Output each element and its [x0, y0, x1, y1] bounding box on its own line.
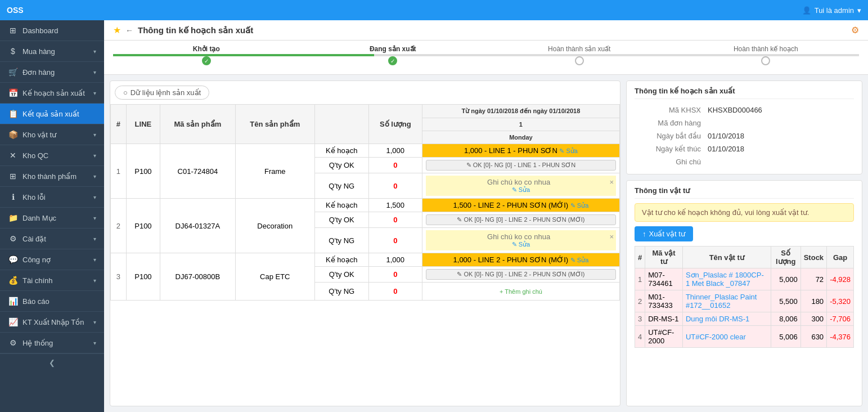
info-value-ma-khsx: KHSXBD000466 — [708, 106, 762, 114]
sidebar-item-label: Kho thành phẩm — [23, 172, 77, 181]
app-title: OSS — [7, 6, 24, 15]
sidebar-item-tai-chinh[interactable]: 💰 Tài chính ▾ — [0, 270, 104, 291]
back-button[interactable]: ← — [125, 26, 133, 35]
page-title: Thông tin kế hoạch sản xuất — [138, 25, 253, 35]
sidebar-item-cong-no[interactable]: 💬 Công nợ ▾ — [0, 249, 104, 270]
sidebar-item-label: Cài đặt — [23, 235, 46, 243]
sidebar-item-label: Danh Mục — [23, 214, 56, 222]
ok-line-btn-1[interactable]: ✎ OK [0]- NG [0] - LINE 1 - PHUN SƠN — [426, 160, 616, 171]
export-icon: ↑ — [642, 230, 646, 238]
sidebar-item-mua-hang[interactable]: $ Mua hàng ▾ — [0, 41, 104, 62]
row-qty-ok-2: 0 — [368, 212, 422, 228]
ke-hoach-edit-2[interactable]: ✎ Sửa — [570, 202, 589, 209]
row-kh-qty-3: 1,000 — [368, 253, 422, 267]
add-note-btn-3[interactable]: + Thêm ghi chú — [500, 288, 542, 295]
row-qty-ng-2: 0 — [368, 228, 422, 253]
info-value-ngay-bat-dau: 01/10/2018 — [708, 132, 744, 140]
vt-ten-3[interactable]: Dung môi DR-MS-1 — [682, 312, 771, 326]
col-num-header: 1 — [422, 118, 619, 131]
vt-col-ma: Mã vật tư — [645, 247, 683, 268]
row-ten-sp-3: Cap ETC — [235, 253, 314, 301]
row-qty-ng-label-2: Q'ty NG — [314, 228, 368, 253]
row-kh-detail-3: 1,000 - LINE 2 - PHUN SƠN (MỚI) ✎ Sửa — [422, 253, 619, 267]
table-row: 1 P100 C01-724804 Frame Kế hoạch 1,000 1… — [111, 144, 620, 158]
info-value-ngay-ket-thuc: 01/10/2018 — [708, 145, 744, 153]
step-label-2: Đang sản xuất — [370, 45, 416, 53]
sidebar-item-cai-dat[interactable]: ⚙ Cài đặt ▾ — [0, 229, 104, 249]
sidebar-item-he-thong[interactable]: ⚙ Hệ thống ▾ — [0, 333, 104, 353]
ghi-chu-edit-2[interactable]: ✎ Sửa — [428, 241, 614, 248]
col-so-luong: Số lượng — [368, 105, 422, 144]
vat-tu-table: # Mã vật tư Tên vật tư Số lượng Stock Ga… — [635, 246, 854, 348]
sidebar-item-ke-hoach[interactable]: 📅 Kế hoạch sản xuất ▾ — [0, 83, 104, 104]
danh-muc-icon: 📁 — [8, 213, 18, 222]
row-ten-sp-1: Frame — [235, 144, 314, 199]
sidebar-item-label: KT Xuất Nhập Tồn — [23, 318, 84, 326]
sidebar-item-bao-cao[interactable]: 📊 Báo cáo — [0, 291, 104, 312]
dashboard-icon: ⊞ — [8, 26, 18, 35]
row-add-note-3: + Thêm ghi chú — [422, 283, 619, 301]
vt-num-1: 1 — [635, 268, 645, 290]
data-lenh-button[interactable]: ○ Dữ liệu lệnh sản xuất — [115, 86, 209, 100]
star-button[interactable]: ★ — [113, 25, 121, 35]
vt-col-num: # — [635, 247, 645, 268]
vt-ten-4[interactable]: UT#CF-2000 clear — [682, 326, 771, 348]
info-row-ma-don-hang: Mã đơn hàng — [635, 117, 854, 129]
col-num: # — [111, 105, 127, 144]
row-ma-sp-1: C01-724804 — [160, 144, 235, 199]
settings-button[interactable]: ⚙ — [851, 25, 859, 35]
ok-line-btn-2[interactable]: ✎ OK [0]- NG [0] - LINE 2 - PHUN SƠN (MỚ… — [426, 214, 616, 225]
sidebar-item-label: Kho vật tư — [23, 131, 56, 139]
chevron-icon: ▾ — [93, 69, 96, 75]
row-ok-cell-2: ✎ OK [0]- NG [0] - LINE 2 - PHUN SƠN (MỚ… — [422, 212, 619, 228]
vt-stock-3: 300 — [800, 312, 826, 326]
vt-ten-2[interactable]: Thinner_Plaslac Paint #172__01652 — [682, 290, 771, 312]
sidebar-item-ket-qua[interactable]: 📋 Kết quả sản xuất — [0, 104, 104, 124]
ghi-chu-edit-1[interactable]: ✎ Sửa — [428, 186, 614, 194]
vt-ma-3: DR-MS-1 — [645, 312, 683, 326]
table-row: 3 P100 DJ67-00800B Cap ETC Kế hoạch 1,00… — [111, 253, 620, 267]
sidebar-item-label: Mua hàng — [23, 47, 55, 56]
chevron-icon: ▾ — [93, 173, 96, 180]
chevron-icon: ▾ — [93, 194, 96, 200]
ke-hoach-edit-3[interactable]: ✎ Sửa — [570, 257, 589, 263]
row-line-1: P100 — [126, 144, 160, 199]
sidebar-item-danh-muc[interactable]: 📁 Danh Mục ▾ — [0, 208, 104, 229]
vt-col-stock: Stock — [800, 247, 826, 268]
sidebar-item-don-hang[interactable]: 🛒 Đơn hàng ▾ — [0, 62, 104, 83]
sidebar-item-kho-loi[interactable]: ℹ Kho lỗi ▾ — [0, 187, 104, 208]
vt-stock-4: 630 — [800, 326, 826, 348]
info-row-ghi-chu: Ghi chú — [635, 155, 854, 168]
ok-line-btn-3[interactable]: ✎ OK [0]- NG [0] - LINE 2 - PHUN SƠN (MỚ… — [426, 269, 616, 280]
row-num-1: 1 — [111, 144, 127, 199]
tai-chinh-icon: 💰 — [8, 276, 18, 285]
vt-ten-1[interactable]: Sơn_Plaslac # 1800CP-1 Met Black _07847 — [682, 268, 771, 290]
sidebar-item-kho-qc[interactable]: ✕ Kho QC ▾ — [0, 145, 104, 166]
sidebar-item-kho-tp[interactable]: ⊞ Kho thành phẩm ▾ — [0, 166, 104, 187]
ke-hoach-edit-1[interactable]: ✎ Sửa — [559, 147, 578, 154]
user-icon: 👤 — [802, 6, 811, 15]
row-num-2: 2 — [111, 199, 127, 253]
vt-sl-3: 8,006 — [771, 312, 800, 326]
vt-num-2: 2 — [635, 290, 645, 312]
chevron-icon: ▾ — [93, 257, 96, 263]
row-qty-ng-label-3: Q'ty NG — [314, 283, 368, 301]
export-vat-tu-button[interactable]: ↑ Xuất vật tư — [635, 226, 693, 241]
sidebar-item-kt-xuat[interactable]: 📈 KT Xuất Nhập Tồn ▾ — [0, 312, 104, 333]
kho-loi-icon: ℹ — [8, 192, 18, 201]
vt-gap-1: -4,928 — [827, 268, 854, 290]
he-thong-icon: ⚙ — [8, 338, 18, 347]
vt-sl-4: 5,006 — [771, 326, 800, 348]
vt-ma-2: M01-733433 — [645, 290, 683, 312]
user-menu[interactable]: 👤 Tui là admin ▾ — [802, 6, 861, 15]
bao-cao-icon: 📊 — [8, 297, 18, 306]
close-x-2[interactable]: × — [609, 232, 614, 241]
close-x-1[interactable]: × — [609, 178, 614, 186]
sidebar-item-dashboard[interactable]: ⊞ Dashboard — [0, 20, 104, 41]
row-kh-detail-1: 1,000 - LINE 1 - PHUN SƠN ✎ Sửa — [422, 144, 619, 158]
mua-hang-icon: $ — [8, 47, 18, 56]
vat-tu-title: Thông tin vật tư — [635, 186, 854, 199]
sidebar-item-kho-vat-tu[interactable]: 📦 Kho vật tư ▾ — [0, 124, 104, 145]
sidebar-collapse-btn[interactable]: ❮ — [0, 353, 104, 371]
step-dot-3 — [575, 56, 584, 65]
